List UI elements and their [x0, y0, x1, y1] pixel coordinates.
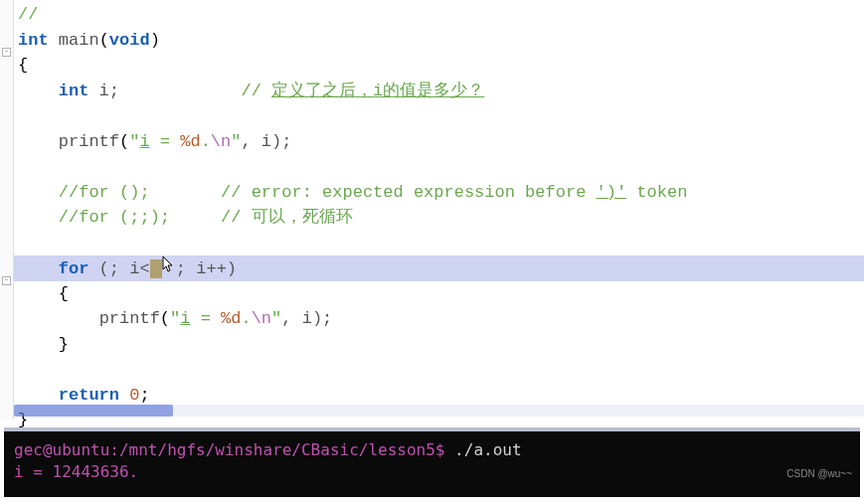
- code-line-empty: [14, 103, 864, 129]
- code-editor[interactable]: - - // int main(void) { int i; // 定义了之后，…: [0, 0, 864, 420]
- fold-marker-icon[interactable]: -: [2, 276, 11, 285]
- terminal-command: ./a.out: [454, 440, 521, 459]
- terminal-prompt: gec@ubuntu:/mnt/hgfs/winshare/CBasic/les…: [14, 440, 454, 459]
- code-line: int i; // 定义了之后，i的值是多少？: [14, 79, 864, 104]
- editor-gutter: - -: [0, 0, 14, 420]
- horizontal-scrollbar[interactable]: [14, 405, 864, 417]
- scrollbar-thumb[interactable]: [14, 405, 173, 417]
- terminal-output[interactable]: gec@ubuntu:/mnt/hgfs/winshare/CBasic/les…: [4, 427, 860, 497]
- code-line-highlighted: for (; i< ; i++): [10, 255, 864, 281]
- code-line: //: [14, 2, 864, 28]
- terminal-line: i = 12443636.: [14, 461, 850, 483]
- code-line-empty: [14, 231, 864, 256]
- code-line: {: [14, 53, 864, 79]
- code-line: int main(void): [14, 28, 864, 54]
- code-line: printf("i = %d.\n", i);: [14, 129, 864, 155]
- terminal-line: gec@ubuntu:/mnt/hgfs/winshare/CBasic/les…: [14, 439, 850, 461]
- comment: //: [18, 5, 38, 24]
- code-line: //for (;;); // 可以，死循环: [14, 205, 864, 231]
- code-line-empty: [14, 357, 864, 383]
- text-selection: [150, 259, 162, 278]
- code-content: // int main(void) { int i; // 定义了之后，i的值是…: [14, 0, 864, 433]
- code-line: {: [14, 281, 864, 307]
- code-line-empty: [14, 154, 864, 180]
- mouse-cursor-icon: [162, 255, 176, 273]
- code-line: printf("i = %d.\n", i);: [14, 306, 864, 332]
- fold-marker-icon[interactable]: -: [2, 48, 11, 57]
- code-line: //for (); // error: expected expression …: [14, 180, 864, 206]
- watermark: CSDN @wu~~: [786, 463, 852, 485]
- code-line: }: [14, 332, 864, 358]
